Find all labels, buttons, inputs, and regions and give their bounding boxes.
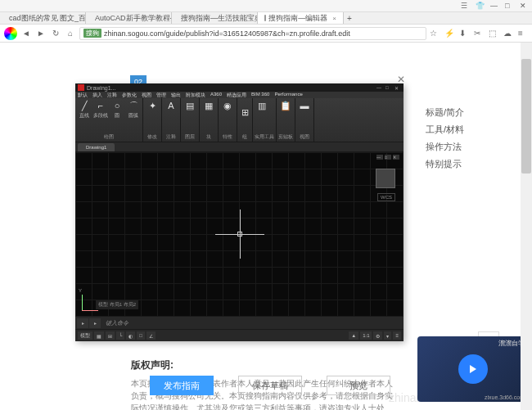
text-icon: A	[165, 100, 177, 111]
ribbon-tab[interactable]: 精选应用	[227, 92, 246, 98]
url-text: zhinan.sogou.com/guide/publish?id=316512…	[104, 29, 350, 38]
block-icon: ▦	[203, 100, 214, 111]
nav-bar: ◄ ► ↻ ⌂ 搜狗 zhinan.sogou.com/guide/publis…	[0, 25, 532, 43]
save-draft-button[interactable]: 保存草稿	[238, 376, 302, 395]
osnap-toggle[interactable]: □	[137, 331, 145, 340]
snap-toggle[interactable]: ⊞	[106, 331, 115, 340]
vp-minimize-icon[interactable]: —	[376, 155, 383, 160]
browser-tab-3[interactable]: 搜狗指南—编辑器×	[258, 12, 344, 24]
forward-button[interactable]: ►	[35, 28, 47, 39]
workspace-toggle[interactable]: ▾	[384, 331, 391, 340]
skin-icon[interactable]: 👕	[476, 2, 484, 10]
ribbon-tab[interactable]: 输出	[171, 92, 181, 98]
tab-close-icon[interactable]: ×	[332, 15, 336, 22]
download-icon[interactable]: ⬇	[459, 29, 469, 38]
layers-tool[interactable]: ▤	[183, 100, 197, 124]
ribbon-tab[interactable]: 视图	[142, 92, 151, 98]
line-tool[interactable]: ╱直线	[77, 100, 92, 124]
scrollbar[interactable]	[521, 43, 532, 410]
tab-label: AutoCAD新手教学教程-3D软...	[95, 13, 172, 24]
doc-tab[interactable]: Drawing1	[78, 143, 115, 151]
scroll-thumb[interactable]	[521, 59, 531, 173]
close-icon[interactable]: ✕	[520, 2, 528, 10]
ortho-toggle[interactable]: └	[116, 331, 124, 340]
model-space-button[interactable]: 模型	[78, 331, 92, 340]
autocad-window: Drawing1... — □ ✕ 默认 插入 注释 参数化 视图 管理 输出 …	[75, 83, 404, 341]
crosshair-icon	[215, 210, 264, 259]
back-button[interactable]: ◄	[20, 28, 32, 39]
nav-item-title[interactable]: 标题/简介	[426, 104, 483, 121]
arc-icon: ⌒	[128, 100, 139, 111]
cmd-layout-button[interactable]: ▸	[89, 318, 101, 328]
browser-tab-0[interactable]: cad图纸的常见 图文_百度搜索×	[0, 12, 86, 24]
settings-icon[interactable]: ☰	[461, 2, 469, 10]
screenshot-icon[interactable]: ✂	[474, 29, 484, 38]
viewcube[interactable]	[376, 169, 395, 188]
text-tool[interactable]: A	[164, 100, 178, 124]
cad-viewport[interactable]: — □ ✕ WCS Y 模型 布局1 布局2	[75, 152, 404, 316]
star-icon[interactable]: ☆	[430, 29, 440, 38]
props-icon: ◉	[222, 100, 233, 111]
cad-close-icon[interactable]: ✕	[394, 85, 401, 90]
browser-tab-1[interactable]: AutoCAD新手教学教程-3D软...×	[86, 12, 172, 24]
scale-display[interactable]: 1:1	[360, 331, 372, 340]
ribbon-group-clipboard: 📋 剪贴板	[277, 98, 295, 142]
reload-button[interactable]: ↻	[50, 28, 61, 39]
line-icon: ╱	[79, 100, 90, 111]
gear-icon[interactable]: ⚙	[373, 331, 382, 340]
command-input[interactable]: 键入命令	[102, 319, 404, 327]
ribbon-tab[interactable]: 注释	[107, 92, 117, 98]
maximize-icon[interactable]: □	[505, 2, 513, 10]
menu-icon[interactable]: ≡	[518, 29, 528, 38]
group-tool[interactable]: ⊞	[239, 100, 250, 124]
annotation-toggle[interactable]: ▲	[349, 331, 358, 340]
block-tool[interactable]: ▦	[201, 100, 216, 124]
cad-maximize-icon[interactable]: □	[385, 85, 392, 90]
measure-tool[interactable]: ▥	[255, 100, 269, 124]
paste-tool[interactable]: 📋	[278, 100, 293, 124]
grid-toggle[interactable]: ▦	[94, 331, 104, 340]
ribbon-tab[interactable]: 默认	[78, 92, 88, 98]
customize-icon[interactable]: ≡	[393, 331, 401, 340]
browser-tab-2[interactable]: 搜狗指南—生活技能宝典×	[172, 12, 258, 24]
group-label: 剪贴板	[278, 133, 293, 140]
minimize-icon[interactable]: —	[490, 2, 498, 10]
cad-minimize-icon[interactable]: —	[376, 85, 383, 90]
measure-icon: ▥	[256, 100, 268, 111]
modify-tool[interactable]: ✦	[145, 100, 160, 124]
otrack-toggle[interactable]: ∠	[147, 331, 156, 340]
circle-tool[interactable]: ○圆	[110, 100, 124, 124]
nav-item-tips[interactable]: 特别提示	[426, 155, 483, 173]
address-bar[interactable]: 搜狗 zhinan.sogou.com/guide/publish?id=316…	[79, 27, 426, 40]
ribbon-tab[interactable]: 附加模块	[186, 92, 205, 98]
wcs-label[interactable]: WCS	[377, 193, 395, 201]
ribbon-tab[interactable]: 管理	[156, 92, 166, 98]
circle-icon: ○	[111, 100, 123, 111]
ribbon-tab[interactable]: Performance	[274, 92, 302, 98]
preview-button[interactable]: 预览	[327, 376, 390, 395]
vp-close-icon[interactable]: ✕	[393, 155, 399, 160]
props-tool[interactable]: ◉	[220, 100, 235, 124]
nav-item-steps[interactable]: 操作方法	[426, 138, 483, 155]
publish-button[interactable]: 发布指南	[150, 376, 214, 395]
ribbon-tab[interactable]: BIM 360	[251, 92, 269, 98]
nav-item-tools[interactable]: 工具/材料	[426, 121, 483, 138]
polar-toggle[interactable]: ◐	[126, 331, 135, 340]
cloud-icon[interactable]: ☁	[503, 29, 513, 38]
group-label: 块	[201, 133, 216, 140]
ribbon-tab[interactable]: A360	[210, 92, 222, 98]
ribbon-tab[interactable]: 插入	[92, 92, 102, 98]
add-tab-button[interactable]: +	[344, 14, 355, 23]
play-button[interactable]	[458, 354, 488, 384]
arc-tool[interactable]: ⌒圆弧	[126, 100, 141, 124]
lightning-icon[interactable]: ⚡	[444, 29, 454, 38]
extension-icon[interactable]: ⬚	[489, 29, 498, 38]
ribbon-tab[interactable]: 参数化	[122, 92, 137, 98]
group-icon: ⊞	[239, 106, 250, 118]
video-widget[interactable]: 溜溜自学 zixue.3d66.com	[417, 336, 528, 402]
cmd-model-button[interactable]: ▸	[77, 318, 88, 328]
vp-maximize-icon[interactable]: □	[385, 155, 391, 160]
base-tool[interactable]: ▬	[297, 100, 312, 124]
home-button[interactable]: ⌂	[65, 28, 76, 39]
polyline-tool[interactable]: ⌐多段线	[93, 100, 108, 124]
